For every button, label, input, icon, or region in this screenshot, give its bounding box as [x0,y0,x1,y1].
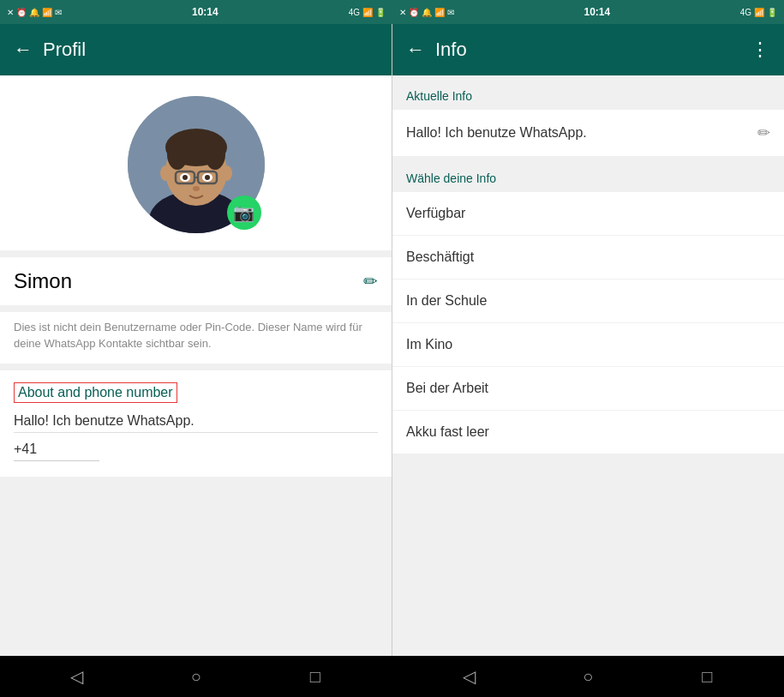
bottom-nav: ◁ ○ □ ◁ ○ □ [0,656,784,697]
info-list: Verfügbar Beschäftigt In der Schule Im K… [392,192,784,454]
phone-number-text: +41 [14,442,37,456]
left-status-icons: ✕ ⏰ 🔔 📶 ✉ [7,8,62,17]
list-item[interactable]: Akku fast leer [392,411,784,454]
left-status-icon-msg: ✉ [55,8,62,17]
name-edit-button[interactable]: ✏ [363,271,378,291]
info-appbar: ← Info ⋮ [392,24,784,75]
left-nav: ◁ ○ □ [0,656,392,697]
camera-icon: 📷 [233,202,254,223]
right-status-icon-alarm: ⏰ [409,8,419,17]
svg-point-15 [160,165,171,181]
main-content: ← Profil [0,24,784,656]
current-info-card: Hallo! Ich benutze WhatsApp. ✏ [392,110,784,156]
list-item[interactable]: Verfügbar [392,192,784,236]
left-status-icon-sim: 📶 [42,8,52,17]
list-item[interactable]: In der Schule [392,279,784,323]
description-section: Dies ist nicht dein Benutzername oder Pi… [0,312,392,364]
about-section: About and phone number Hallo! Ich benutz… [0,370,392,477]
phone-line-decoration [14,460,99,461]
left-status-bar: ✕ ⏰ 🔔 📶 ✉ 10:14 4G 📶 🔋 [0,0,392,24]
about-link[interactable]: About and phone number [14,382,177,403]
info-content: Aktuelle Info Hallo! Ich benutze WhatsAp… [392,75,784,656]
right-panel: ← Info ⋮ Aktuelle Info Hallo! Ich benutz… [392,24,784,656]
current-info-text: Hallo! Ich benutze WhatsApp. [406,125,587,141]
left-back-button[interactable]: ◁ [62,661,93,692]
left-panel: ← Profil [0,24,392,656]
avatar-section: 📷 [0,75,392,250]
right-battery-icon: 🔋 [767,8,777,17]
list-item[interactable]: Bei der Arbeit [392,367,784,411]
left-status-icon-alert: 🔔 [29,8,39,17]
current-info-item: Hallo! Ich benutze WhatsApp. ✏ [392,110,784,156]
phone-number: +41 [14,432,378,465]
current-info-edit-button[interactable]: ✏ [757,123,770,142]
profil-title: Profil [43,39,378,61]
current-info-header: Aktuelle Info [392,75,784,110]
left-4g-icon: 4G [349,8,360,17]
about-status-text: Hallo! Ich benutze WhatsApp. [14,403,378,432]
right-4g-icon: 4G [740,8,751,17]
right-signal-icon: 📶 [754,8,764,17]
svg-point-16 [222,165,232,181]
right-status-icon-msg: ✉ [447,8,454,17]
left-status-icon-alarm: ⏰ [16,8,27,17]
profil-appbar: ← Profil [0,24,392,75]
info-title: Info [435,39,740,61]
right-nav: ◁ ○ □ [392,656,785,697]
right-status-icon-x: ✕ [399,8,406,17]
choose-info-header: Wähle deine Info [392,158,784,192]
camera-button[interactable]: 📷 [227,195,261,230]
list-item[interactable]: Beschäftigt [392,236,784,279]
right-status-icon-sim: 📶 [434,8,445,17]
right-status-bar: ✕ ⏰ 🔔 📶 ✉ 10:14 4G 📶 🔋 [392,0,784,24]
info-back-button[interactable]: ← [406,39,425,61]
left-home-button[interactable]: ○ [181,661,212,692]
description-text: Dies ist nicht dein Benutzername oder Pi… [14,321,362,350]
left-recent-button[interactable]: □ [300,661,331,692]
right-recent-button[interactable]: □ [691,661,722,692]
profil-back-button[interactable]: ← [14,39,33,61]
left-status-icons-right: 4G 📶 🔋 [349,8,386,17]
right-home-button[interactable]: ○ [572,661,603,692]
svg-point-6 [205,139,225,170]
name-section: Simon ✏ [0,257,392,305]
left-status-time: 10:14 [192,6,218,18]
right-status-icons-right: 4G 📶 🔋 [740,8,777,17]
svg-point-14 [193,186,200,191]
info-menu-button[interactable]: ⋮ [751,39,770,61]
left-status-icon-x: ✕ [7,8,14,17]
avatar-wrapper: 📷 [128,96,265,233]
left-battery-icon: 🔋 [375,8,386,17]
list-item[interactable]: Im Kino [392,323,784,367]
left-signal-icon: 📶 [362,8,373,17]
svg-point-13 [205,175,210,180]
right-back-button[interactable]: ◁ [453,661,484,692]
user-name: Simon [14,269,72,293]
svg-point-11 [183,175,188,180]
right-status-icon-alert: 🔔 [422,8,432,17]
svg-point-5 [167,139,188,170]
right-status-time: 10:14 [584,6,610,18]
right-status-icons: ✕ ⏰ 🔔 📶 ✉ [399,8,454,17]
